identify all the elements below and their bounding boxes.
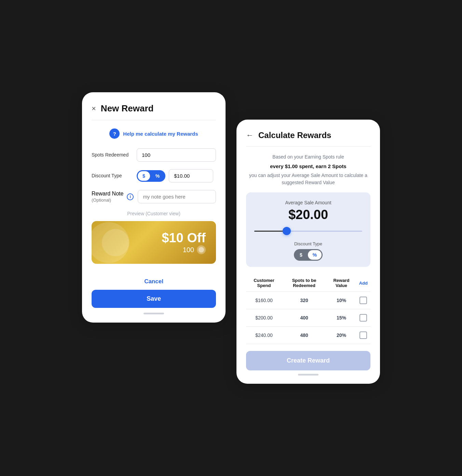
cell-value-0: 10%	[326, 292, 356, 309]
screen1-header: × New Reward	[92, 103, 216, 120]
reward-card-info: $10 Off 100	[162, 231, 206, 254]
info-icon[interactable]: i	[127, 193, 134, 200]
col-add: Add	[356, 274, 370, 292]
discount-toggle[interactable]: $ %	[137, 170, 165, 182]
discount-type-label: Discount Type	[92, 173, 133, 179]
cell-value-1: 15%	[326, 309, 356, 327]
reward-value-text: $10 Off	[162, 231, 206, 245]
page-title: New Reward	[101, 103, 154, 114]
calc-description2: you can adjust your Average Sale Amount …	[246, 172, 370, 186]
calc-description1: Based on your Earning Spots rule	[246, 153, 370, 161]
new-reward-screen: × New Reward ? Help me calculate my Rewa…	[82, 92, 226, 323]
table-row: $200.00 400 15%	[246, 309, 370, 327]
calculate-rewards-screen: ← Calculate Rewards Based on your Earnin…	[236, 120, 380, 384]
slider-track	[254, 231, 362, 232]
col-reward-value: Reward Value	[326, 274, 356, 292]
table-row: $240.00 480 20%	[246, 327, 370, 344]
slider-fill	[254, 231, 287, 232]
cell-add-1[interactable]	[356, 309, 370, 327]
table-header: Customer Spend Spots to be Redeemed Rewa…	[246, 274, 370, 292]
spots-redeemed-row: Spots Redeemed	[92, 148, 216, 162]
cell-spend-2: $240.00	[246, 327, 282, 344]
spots-redeemed-input[interactable]	[137, 148, 216, 162]
help-icon: ?	[109, 128, 120, 139]
cell-spend-1: $200.00	[246, 309, 282, 327]
avg-sale-box: Average Sale Amount $20.00 Discount Type…	[246, 192, 370, 267]
screen2-title: Calculate Rewards	[258, 131, 331, 140]
discount-type-row2: $ %	[254, 249, 362, 261]
checkbox-0[interactable]	[359, 297, 367, 304]
cell-spots-1: 400	[282, 309, 326, 327]
slider-thumb[interactable]	[283, 227, 291, 235]
avg-sale-value: $20.00	[254, 207, 362, 222]
reward-card-preview: $10 Off 100	[92, 221, 216, 264]
cell-add-2[interactable]	[356, 327, 370, 344]
calc-rule: every $1.00 spent, earn 2 Spots	[246, 163, 370, 169]
reward-note-row: Reward Note (Optional) i	[92, 190, 216, 203]
reward-spots-num: 100	[183, 246, 194, 254]
reward-spots-row: 100	[162, 245, 206, 254]
toggle-dollar-btn2[interactable]: $	[295, 250, 307, 260]
checkbox-2[interactable]	[359, 331, 367, 339]
reward-note-label-group: Reward Note (Optional) i	[92, 191, 134, 203]
help-row[interactable]: ? Help me calculate my Rewards	[92, 128, 216, 139]
close-icon[interactable]: ×	[92, 104, 96, 113]
create-reward-button[interactable]: Create Reward	[246, 351, 370, 370]
discount-amount-input[interactable]	[169, 169, 213, 182]
spots-icon	[197, 245, 206, 254]
cancel-button[interactable]: Cancel	[92, 273, 216, 290]
cell-add-0[interactable]	[356, 292, 370, 309]
checkbox-1[interactable]	[359, 314, 367, 322]
help-link[interactable]: Help me calculate my Rewards	[123, 131, 198, 137]
back-icon[interactable]: ←	[246, 131, 254, 140]
discount-toggle2[interactable]: $ %	[294, 249, 323, 261]
reward-note-label: Reward Note (Optional)	[92, 191, 123, 203]
bottom-bar2	[298, 374, 318, 376]
cell-spend-0: $160.00	[246, 292, 282, 309]
spots-icon-inner	[199, 247, 204, 253]
col-customer-spend: Customer Spend	[246, 274, 282, 292]
discount-type-row: Discount Type $ %	[92, 169, 216, 182]
preview-label: Preview (Customer view)	[92, 211, 216, 216]
col-spots-redeemed: Spots to be Redeemed	[282, 274, 326, 292]
avg-sale-label: Average Sale Amount	[254, 200, 362, 205]
cell-spots-2: 480	[282, 327, 326, 344]
table-row: $160.00 320 10%	[246, 292, 370, 309]
discount-type-label2: Discount Type	[254, 241, 362, 246]
table-body: $160.00 320 10% $200.00 400 15%	[246, 292, 370, 344]
screens-container: × New Reward ? Help me calculate my Rewa…	[82, 92, 380, 384]
toggle-dollar-btn[interactable]: $	[138, 171, 150, 181]
toggle-percent-btn2[interactable]: %	[308, 250, 322, 260]
cell-spots-0: 320	[282, 292, 326, 309]
reward-note-input[interactable]	[138, 190, 216, 203]
cell-value-2: 20%	[326, 327, 356, 344]
screen2-header: ← Calculate Rewards	[246, 131, 370, 147]
spots-redeemed-label: Spots Redeemed	[92, 152, 133, 158]
discount-type-group: $ %	[137, 169, 216, 182]
bottom-bar	[144, 313, 164, 314]
toggle-percent-btn[interactable]: %	[151, 171, 164, 181]
slider-container[interactable]	[254, 227, 362, 235]
rewards-table: Customer Spend Spots to be Redeemed Rewa…	[246, 274, 370, 344]
card-circle-small	[102, 229, 129, 256]
save-button[interactable]: Save	[92, 290, 216, 308]
